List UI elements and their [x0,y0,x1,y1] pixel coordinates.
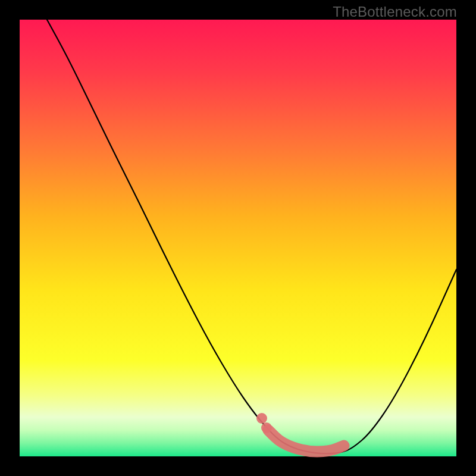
valley-highlight [268,430,344,452]
chart-overlay [20,20,456,456]
highlight-dot [256,413,267,424]
bottleneck-curve [47,20,456,453]
watermark-text: TheBottleneck.com [333,4,457,20]
